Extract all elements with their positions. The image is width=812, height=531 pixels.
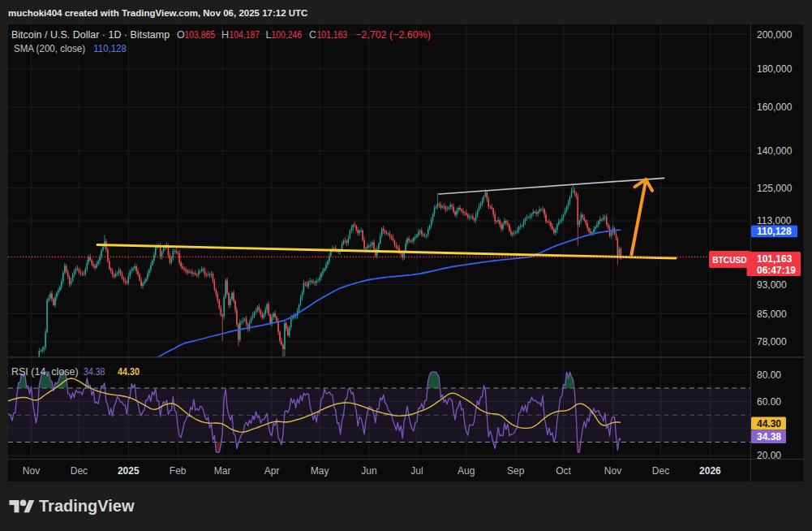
- svg-text:44.30: 44.30: [118, 366, 140, 378]
- svg-text:2026: 2026: [699, 465, 721, 477]
- svg-text:SMA (200, close): SMA (200, close): [14, 43, 85, 54]
- svg-text:60.00: 60.00: [757, 396, 781, 408]
- svg-text:Bitcoin / U.S. Dollar · 1D · B: Bitcoin / U.S. Dollar · 1D · Bitstamp: [11, 29, 170, 41]
- svg-text:180,000: 180,000: [757, 63, 793, 75]
- svg-text:160,000: 160,000: [757, 101, 793, 113]
- svg-text:200,000: 200,000: [757, 29, 793, 41]
- svg-text:C: C: [309, 29, 316, 41]
- svg-text:80.00: 80.00: [757, 369, 781, 381]
- svg-text:103,865: 103,865: [185, 29, 216, 41]
- svg-text:101,163: 101,163: [757, 253, 793, 265]
- svg-text:104,187: 104,187: [230, 29, 260, 41]
- svg-text:125,000: 125,000: [757, 183, 793, 194]
- svg-text:Nov: Nov: [604, 465, 621, 477]
- svg-text:RSI (14, close): RSI (14, close): [11, 366, 79, 378]
- svg-text:20.00: 20.00: [757, 450, 781, 461]
- svg-text:85,000: 85,000: [757, 309, 787, 320]
- svg-text:Aug: Aug: [458, 465, 475, 477]
- svg-text:2025: 2025: [118, 465, 140, 477]
- svg-text:34.38: 34.38: [757, 431, 781, 442]
- svg-text:Jul: Jul: [410, 465, 423, 477]
- svg-text:Dec: Dec: [652, 465, 669, 477]
- svg-text:06:47:19: 06:47:19: [757, 265, 796, 276]
- svg-text:BTCUSD: BTCUSD: [712, 255, 747, 265]
- svg-text:May: May: [311, 465, 329, 477]
- svg-text:34.38: 34.38: [84, 366, 105, 378]
- svg-text:101,163: 101,163: [317, 29, 348, 41]
- svg-text:140,000: 140,000: [757, 145, 793, 157]
- svg-text:Oct: Oct: [556, 465, 571, 477]
- svg-text:110,128: 110,128: [93, 43, 127, 54]
- svg-text:Feb: Feb: [170, 465, 187, 477]
- svg-text:−2,702 (−2.60%): −2,702 (−2.60%): [355, 29, 431, 41]
- svg-text:93,000: 93,000: [757, 279, 787, 291]
- svg-text:Mar: Mar: [214, 465, 231, 477]
- svg-text:H: H: [221, 29, 229, 41]
- svg-text:78,000: 78,000: [757, 336, 787, 348]
- svg-text:44.30: 44.30: [757, 418, 781, 430]
- svg-text:Sep: Sep: [507, 465, 525, 477]
- svg-text:Dec: Dec: [71, 465, 88, 477]
- svg-text:TradingView: TradingView: [39, 497, 135, 515]
- svg-text:100,246: 100,246: [272, 29, 303, 41]
- svg-text:Apr: Apr: [264, 465, 280, 477]
- svg-text:Jun: Jun: [361, 465, 376, 477]
- svg-text:muchoki404 created with Tradin: muchoki404 created with TradingView.com,…: [8, 8, 307, 18]
- svg-text:O: O: [177, 29, 185, 41]
- svg-text:L: L: [266, 29, 272, 41]
- svg-text:110,128: 110,128: [757, 226, 792, 237]
- svg-text:Nov: Nov: [23, 465, 40, 477]
